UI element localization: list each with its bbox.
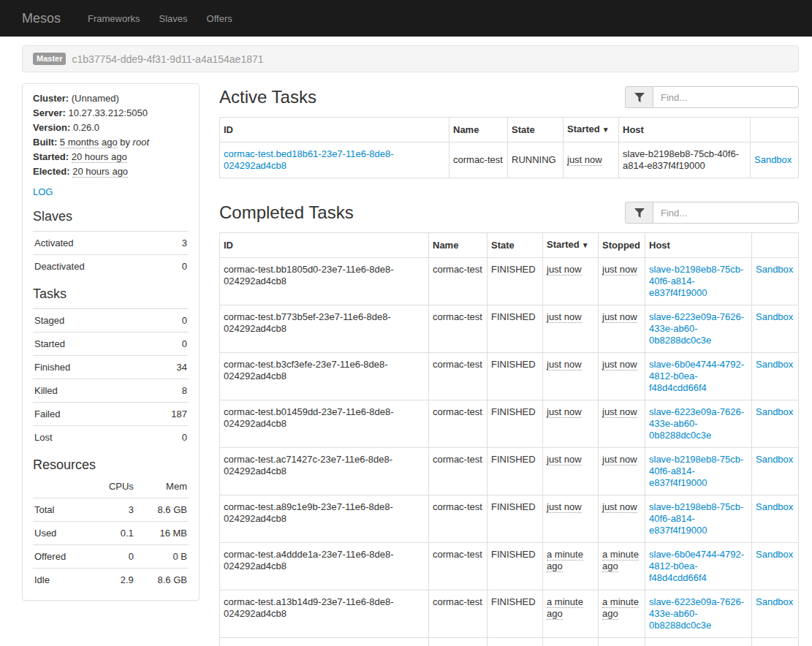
task-state: FINISHED	[487, 590, 543, 638]
completed-task-row: cormac-test.b773b5ef-23e7-11e6-8de8-0242…	[220, 305, 799, 353]
active-tasks-title: Active Tasks	[219, 86, 316, 108]
host-link[interactable]: slave-6223e09a-7626-433e-ab60-0b8288dc0c…	[649, 406, 744, 441]
resource-cpus: 0	[89, 545, 134, 569]
task-state: FINISHED	[487, 400, 543, 448]
stat-value: 0	[167, 255, 189, 278]
task-state: FINISHED	[487, 495, 543, 543]
task-host: slave-b2198eb8-75cb-40f6-a814-e837f4f190…	[619, 142, 751, 178]
task-state: FINISHED	[487, 448, 543, 495]
sandbox-link[interactable]: Sandbox	[756, 311, 793, 322]
server-label: Server:	[33, 107, 66, 118]
sandbox-link[interactable]: Sandbox	[756, 549, 793, 560]
stat-row: Activated 3	[33, 232, 189, 255]
resource-label: Idle	[33, 569, 89, 592]
task-stopped: just now	[602, 359, 637, 370]
sandbox-link[interactable]: Sandbox	[756, 359, 793, 370]
col-state[interactable]: State	[487, 233, 543, 258]
nav-item[interactable]: Frameworks	[78, 1, 150, 36]
host-link[interactable]: slave-b2198eb8-75cb-40f6-a814-e837f4f190…	[649, 454, 743, 488]
resource-label: Used	[33, 522, 89, 545]
log-link[interactable]: LOG	[33, 186, 53, 197]
completed-tasks-title: Completed Tasks	[219, 202, 354, 224]
task-started: a minute ago	[547, 596, 583, 620]
stat-label: Deactivated	[33, 255, 167, 278]
col-name[interactable]: Name	[449, 118, 508, 142]
sandbox-link[interactable]: Sandbox	[756, 264, 793, 275]
cluster-label: Cluster:	[33, 93, 69, 104]
host-link[interactable]: slave-b2198eb8-75cb-40f6-a814-e837f4f190…	[649, 501, 743, 536]
active-tasks-section: Active Tasks ID Nam	[219, 86, 799, 178]
master-bar: Master c1b37754-dde9-4f31-9d11-a4a154ae1…	[22, 45, 799, 72]
stat-value: 0	[138, 426, 189, 449]
resources-col-mem: Mem	[135, 479, 189, 498]
host-link[interactable]: slave-6223e09a-7626-433e-ab60-0b8288dc0c…	[649, 311, 744, 346]
col-sandbox	[752, 233, 799, 258]
col-stopped[interactable]: Stopped	[599, 233, 645, 258]
built-by: by	[120, 137, 130, 148]
host-link[interactable]: slave-b2198eb8-75cb-40f6-a814-e837f4f190…	[649, 264, 743, 298]
brand-mesos[interactable]: Mesos	[22, 11, 61, 26]
sandbox-link[interactable]: Sandbox	[754, 154, 792, 165]
elected-label: Elected:	[33, 166, 70, 177]
nav-item[interactable]: Offers	[197, 1, 242, 36]
task-id-link[interactable]: cormac-test.bed18b61-23e7-11e6-8de8-0242…	[224, 148, 393, 171]
stat-label: Lost	[33, 426, 138, 449]
col-id[interactable]: ID	[220, 118, 449, 142]
tasks-heading: Tasks	[33, 286, 189, 302]
task-id: cormac-test.a13b14d9-23e7-11e6-8de8-0242…	[220, 590, 429, 638]
task-name: cormac-test	[429, 448, 487, 495]
host-link[interactable]: slave-6b0e4744-4792-4812-b0ea-f48d4cdd66…	[649, 549, 744, 583]
completed-tasks-section: Completed Tasks ID	[219, 202, 799, 646]
sandbox-link[interactable]: Sandbox	[756, 596, 793, 607]
task-name: cormac-test	[449, 142, 508, 178]
active-task-row: cormac-test.bed18b61-23e7-11e6-8de8-0242…	[220, 142, 799, 178]
completed-task-row: cormac-test.a13b14d9-23e7-11e6-8de8-0242…	[220, 590, 799, 638]
completed-tasks-find-input[interactable]	[653, 202, 799, 224]
sandbox-link[interactable]: Sandbox	[756, 454, 793, 465]
col-host[interactable]: Host	[619, 118, 751, 142]
completed-task-row	[220, 638, 799, 646]
col-id[interactable]: ID	[220, 233, 429, 258]
task-id	[220, 638, 429, 646]
task-id: cormac-test.bb1805d0-23e7-11e6-8de8-0242…	[220, 258, 429, 305]
resource-row: Idle 2.9 8.6 GB	[33, 569, 189, 592]
sort-desc-icon: ▼	[582, 241, 589, 249]
col-host[interactable]: Host	[645, 233, 752, 258]
task-id: cormac-test.ac71427c-23e7-11e6-8de8-0242…	[220, 448, 429, 495]
task-stopped: just now	[602, 264, 637, 276]
task-started: just now	[547, 264, 582, 276]
task-stopped: just now	[602, 406, 637, 418]
task-stopped: just now	[602, 311, 637, 323]
resource-mem: 16 MB	[135, 522, 189, 545]
sandbox-link[interactable]: Sandbox	[756, 501, 793, 512]
completed-task-row: cormac-test.b3cf3efe-23e7-11e6-8de8-0242…	[220, 353, 799, 400]
master-id: c1b37754-dde9-4f31-9d11-a4a154ae1871	[72, 53, 263, 65]
task-state: FINISHED	[487, 305, 543, 353]
filter-icon	[634, 93, 645, 102]
task-id: cormac-test.a4ddde1a-23e7-11e6-8de8-0242…	[220, 543, 429, 590]
host-link[interactable]: slave-6b0e4744-4792-4812-b0ea-f48d4cdd66…	[649, 359, 744, 393]
col-name[interactable]: Name	[429, 233, 487, 258]
col-state[interactable]: State	[508, 118, 564, 142]
task-id: cormac-test.b3cf3efe-23e7-11e6-8de8-0242…	[220, 353, 429, 400]
resource-label: Total	[33, 498, 89, 522]
nav-item[interactable]: Slaves	[150, 1, 197, 36]
host-link[interactable]: slave-6223e09a-7626-433e-ab60-0b8288dc0c…	[649, 596, 744, 631]
stat-row: Started 0	[33, 332, 189, 356]
col-started[interactable]: Started▼	[564, 118, 619, 142]
completed-task-row: cormac-test.a4ddde1a-23e7-11e6-8de8-0242…	[220, 543, 799, 590]
col-started[interactable]: Started▼	[543, 233, 599, 258]
stat-label: Finished	[33, 356, 138, 379]
task-name: cormac-test	[429, 400, 487, 448]
task-stopped: a minute ago	[602, 596, 639, 620]
master-badge: Master	[33, 53, 66, 65]
task-name	[429, 638, 487, 646]
sandbox-link[interactable]: Sandbox	[756, 406, 793, 417]
stat-label: Activated	[33, 232, 167, 255]
task-started: just now	[567, 154, 602, 166]
server-value: 10.27.33.212:5050	[68, 107, 147, 118]
task-name: cormac-test	[429, 353, 487, 400]
active-tasks-find-input[interactable]	[653, 86, 799, 108]
table-header-row: ID Name State Started▼ Stopped Host	[220, 233, 799, 258]
task-started: a minute ago	[547, 549, 583, 572]
